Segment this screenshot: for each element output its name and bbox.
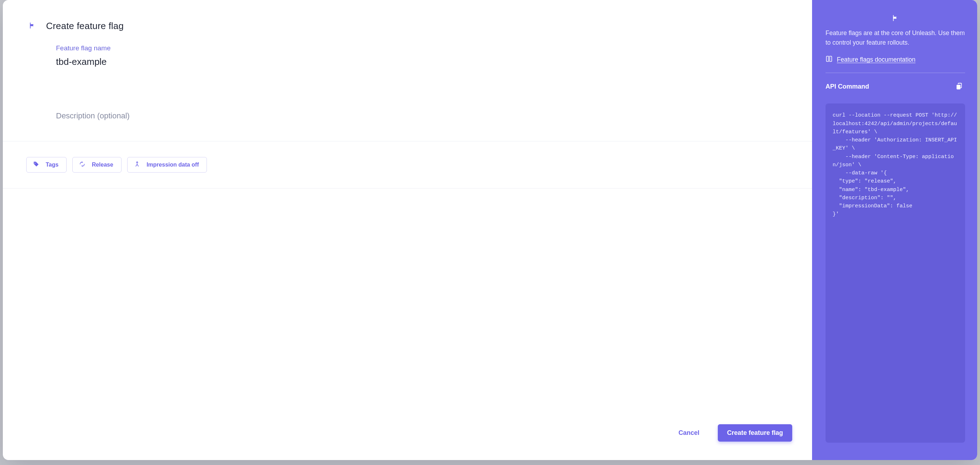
- release-icon: [79, 161, 85, 169]
- chip-row: Tags Release Impression data off: [3, 142, 812, 188]
- name-field: Feature flag name: [29, 44, 787, 68]
- tag-icon: [33, 161, 39, 169]
- copy-api-command-button[interactable]: [955, 81, 965, 92]
- documentation-link-label: Feature flags documentation: [837, 56, 916, 64]
- modal-header: Create feature flag: [29, 21, 787, 32]
- tags-chip[interactable]: Tags: [26, 157, 67, 173]
- cancel-button[interactable]: Cancel: [676, 426, 702, 440]
- divider: [826, 73, 965, 73]
- api-command-title: API Command: [826, 83, 869, 91]
- impression-icon: [134, 161, 140, 169]
- release-chip-label: Release: [92, 162, 113, 168]
- help-intro: Feature flags are at the core of Unleash…: [826, 29, 965, 48]
- modal-title: Create feature flag: [46, 21, 124, 32]
- actions-row: Cancel Create feature flag: [3, 409, 812, 460]
- form-body: Create feature flag Feature flag name: [3, 0, 812, 121]
- name-label: Feature flag name: [56, 44, 787, 52]
- flag-icon: [826, 14, 965, 22]
- help-pane: Feature flags are at the core of Unleash…: [812, 0, 977, 460]
- divider: [3, 188, 812, 189]
- create-feature-flag-button[interactable]: Create feature flag: [718, 424, 792, 442]
- copy-icon: [956, 86, 964, 91]
- impression-chip-label: Impression data off: [147, 162, 199, 168]
- documentation-link[interactable]: Feature flags documentation: [826, 55, 965, 64]
- description-input[interactable]: [56, 111, 787, 121]
- description-field: [29, 81, 787, 121]
- create-feature-flag-modal: Create feature flag Feature flag name Ta…: [3, 0, 977, 460]
- name-input[interactable]: [56, 56, 787, 68]
- book-icon: [826, 55, 833, 64]
- api-command-code[interactable]: curl --location --request POST 'http://l…: [826, 104, 965, 443]
- flag-icon: [29, 22, 36, 31]
- impression-chip[interactable]: Impression data off: [127, 157, 207, 173]
- release-chip[interactable]: Release: [72, 157, 121, 173]
- api-header: API Command: [826, 81, 965, 92]
- form-pane: Create feature flag Feature flag name Ta…: [3, 0, 812, 460]
- tags-chip-label: Tags: [46, 162, 59, 168]
